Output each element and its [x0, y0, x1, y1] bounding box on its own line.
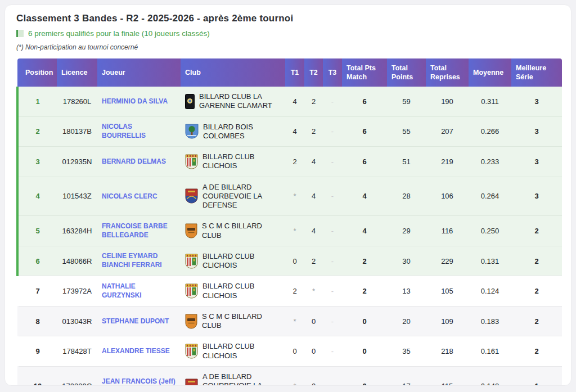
- player-cell: NATHALIE GURZYNSKI: [97, 276, 181, 307]
- club-name: S C M C BILLARD CLUB: [202, 222, 282, 240]
- total-pts-match-cell: 6: [342, 116, 387, 147]
- t2-cell: 2: [304, 246, 323, 276]
- clichois-crest-icon: [185, 154, 198, 169]
- total-reprises-cell: 115: [426, 366, 469, 386]
- meilleure-serie-cell: 3: [511, 87, 562, 116]
- t1-cell: *: [285, 177, 304, 216]
- col-header-joueur: Joueur: [97, 58, 181, 87]
- player-link[interactable]: NATHALIE GURZYNSKI: [102, 282, 176, 300]
- t3-cell: -: [323, 366, 342, 386]
- player-cell: STEPHANE DUPONT: [97, 306, 181, 336]
- col-header-t1: T1: [285, 58, 304, 87]
- col-header-position: Position: [17, 58, 57, 87]
- club-cell: S C M C BILLARD CLUB: [181, 216, 285, 246]
- ranking-table: Position Licence Joueur Club T1 T2 T3 To…: [16, 58, 562, 386]
- player-cell: BERNARD DELMAS: [97, 147, 181, 177]
- qualification-legend: 6 premiers qualifiés pour la finale (10 …: [16, 29, 560, 38]
- moyenne-cell: 0.124: [469, 276, 511, 307]
- player-link[interactable]: FRANCOISE BARBE BELLEGARDE: [102, 222, 176, 240]
- t3-cell: -: [323, 276, 342, 307]
- meilleure-serie-cell: 2: [511, 306, 562, 336]
- scmc-crest-icon: [185, 314, 197, 329]
- clichois-crest-icon: [185, 283, 198, 299]
- position-cell: 4: [17, 177, 57, 216]
- total-pts-match-cell: 2: [342, 276, 387, 307]
- total-points-cell: 30: [387, 246, 426, 276]
- position-cell: 8: [17, 306, 57, 336]
- player-link[interactable]: BERNARD DELMAS: [102, 157, 166, 166]
- total-points-cell: 17: [387, 366, 426, 386]
- courbevoie-crest-icon: [185, 188, 198, 204]
- licence-cell: 178260L: [57, 87, 97, 116]
- t2-cell: 0: [304, 366, 323, 386]
- clichois-crest-icon: [185, 254, 198, 269]
- club-cell: BILLARD CLUB CLICHOIS: [181, 246, 285, 276]
- club-name: BILLARD CLUB LA GARENNE CLAMART: [199, 92, 282, 111]
- player-link[interactable]: CELINE EYMARD BIANCHI FERRARI: [102, 252, 176, 269]
- total-reprises-cell: 218: [426, 336, 469, 367]
- player-cell: FRANCOISE BARBE BELLEGARDE: [97, 216, 181, 246]
- total-pts-match-cell: 0: [342, 366, 387, 386]
- player-cell: JEAN FRANCOIS (Jeff) RALLET: [97, 366, 181, 386]
- meilleure-serie-cell: 2: [511, 276, 562, 307]
- position-cell: 2: [17, 116, 57, 147]
- table-row: 1178260LHERMINIO DA SILVABILLARD CLUB LA…: [17, 87, 562, 116]
- licence-cell: 180137B: [57, 116, 97, 147]
- licence-cell: 148066R: [57, 246, 97, 276]
- club-cell: BILLARD CLUB CLICHOIS: [181, 336, 285, 367]
- t3-cell: -: [323, 306, 342, 336]
- total-reprises-cell: 105: [426, 276, 469, 307]
- col-header-t3: T3: [323, 58, 342, 87]
- meilleure-serie-cell: 1: [511, 366, 562, 386]
- t2-cell: 4: [304, 177, 323, 216]
- total-reprises-cell: 229: [426, 246, 469, 276]
- col-header-meilleure-serie: Meilleure Série: [511, 58, 562, 87]
- t1-cell: 2: [285, 147, 304, 177]
- garenne-clamart-crest-icon: [185, 94, 195, 109]
- player-link[interactable]: STEPHANE DUPONT: [102, 317, 169, 326]
- meilleure-serie-cell: 3: [511, 116, 562, 147]
- t2-cell: 0: [304, 336, 323, 367]
- club-name: BILLARD CLUB CLICHOIS: [202, 282, 282, 300]
- club-cell: BILLARD CLUB CLICHOIS: [181, 276, 285, 307]
- player-link[interactable]: NICOLAS CLERC: [102, 192, 158, 201]
- player-cell: ALEXANDRE TIESSE: [97, 336, 181, 367]
- club-name: A DE BILLARD COURBEVOIE LA DEFENSE: [202, 372, 282, 386]
- player-link[interactable]: HERMINIO DA SILVA: [102, 97, 168, 106]
- licence-cell: 170229G: [57, 366, 97, 386]
- player-link[interactable]: ALEXANDRE TIESSE: [102, 347, 170, 356]
- licence-cell: 173972A: [57, 276, 97, 307]
- club-name: BILLARD CLUB CLICHOIS: [202, 152, 282, 171]
- position-cell: 9: [17, 336, 57, 367]
- player-link[interactable]: NICOLAS BOURRELLIS: [102, 123, 176, 140]
- player-link[interactable]: JEAN FRANCOIS (Jeff) RALLET: [102, 377, 176, 386]
- position-cell: 7: [17, 276, 57, 307]
- t2-cell: *: [304, 276, 323, 307]
- t3-cell: -: [323, 116, 342, 147]
- table-row: 7173972ANATHALIE GURZYNSKIBILLARD CLUB C…: [17, 276, 562, 307]
- club-name: A DE BILLARD COURBEVOIE LA DEFENSE: [202, 183, 282, 210]
- club-cell: BILLARD CLUB CLICHOIS: [181, 147, 285, 177]
- table-row: 10170229GJEAN FRANCOIS (Jeff) RALLETA DE…: [17, 366, 562, 386]
- total-points-cell: 51: [387, 147, 426, 177]
- moyenne-cell: 0.148: [469, 366, 511, 386]
- non-participation-note: (*) Non-participation au tournoi concern…: [16, 43, 560, 51]
- t2-cell: 4: [304, 147, 323, 177]
- licence-cell: 013043R: [57, 306, 97, 336]
- licence-cell: 012935N: [57, 147, 97, 177]
- total-reprises-cell: 106: [426, 177, 469, 216]
- total-reprises-cell: 207: [426, 116, 469, 147]
- position-cell: 10: [17, 366, 57, 386]
- club-cell: A DE BILLARD COURBEVOIE LA DEFENSE: [181, 366, 285, 386]
- total-pts-match-cell: 4: [342, 177, 387, 216]
- t2-cell: 4: [304, 216, 323, 246]
- courbevoie-crest-icon: [185, 379, 198, 386]
- t2-cell: 2: [304, 116, 323, 147]
- col-header-total-pts-match: Total Pts Match: [342, 58, 387, 87]
- bois-colombes-crest-icon: [185, 124, 199, 139]
- position-cell: 1: [17, 87, 57, 116]
- page-title: Classement 3 Bandes - R2 - 2025-2026 - a…: [16, 13, 560, 24]
- meilleure-serie-cell: 3: [511, 147, 562, 177]
- club-cell: S C M C BILLARD CLUB: [181, 306, 285, 336]
- club-name: BILLARD CLUB CLICHOIS: [202, 252, 282, 271]
